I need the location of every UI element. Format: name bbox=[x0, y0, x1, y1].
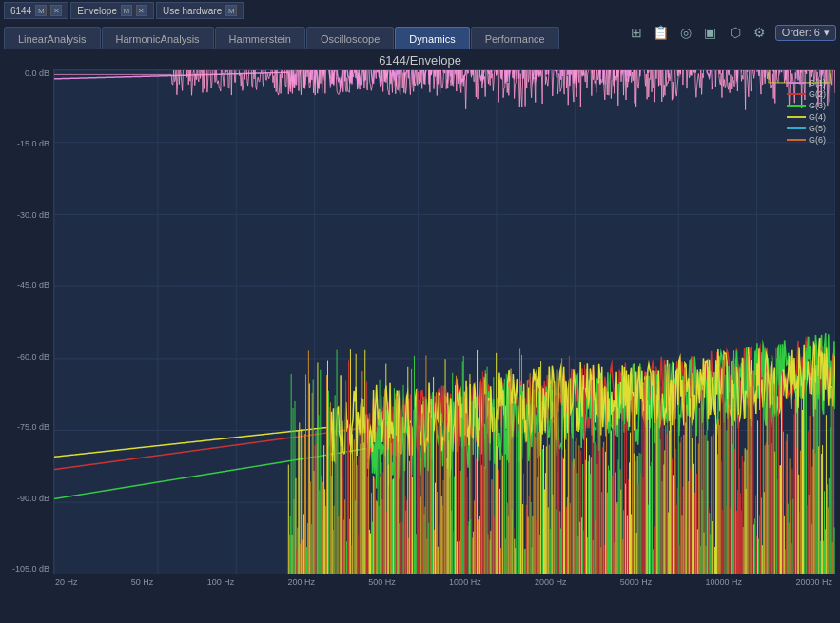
y-label-5: -75.0 dB bbox=[17, 423, 49, 432]
x-label-50hz: 50 Hz bbox=[131, 577, 154, 587]
legend-label-g3: G(3) bbox=[809, 101, 826, 110]
tab-6144-close[interactable]: ✕ bbox=[50, 5, 62, 16]
icon-record[interactable]: ⬡ bbox=[726, 23, 745, 42]
chart-title: 6144/Envelope bbox=[0, 49, 840, 69]
main-chart-canvas bbox=[54, 70, 835, 574]
legend-line-g2 bbox=[787, 93, 806, 95]
chart-area: G(1) G(2) G(3) G(4) G(5) G(6) bbox=[53, 69, 834, 574]
x-label-200hz: 200 Hz bbox=[287, 577, 315, 587]
legend-line-g1 bbox=[787, 82, 806, 84]
y-label-2: -30.0 dB bbox=[17, 211, 49, 220]
legend-label-g2: G(2) bbox=[809, 89, 826, 99]
tab-performance[interactable]: Performance bbox=[471, 27, 559, 49]
order-dropdown[interactable]: Order: 6 ▾ bbox=[775, 25, 836, 41]
title-bar: 6144 M ✕ Envelope M ✕ Use hardware M bbox=[0, 0, 840, 21]
tab-6144-label: 6144 bbox=[10, 6, 31, 16]
icon-eye[interactable]: ◎ bbox=[676, 23, 695, 42]
order-label: Order: 6 bbox=[782, 27, 820, 38]
legend-item-g4: G(4) bbox=[787, 112, 826, 122]
tab-oscilloscope[interactable]: Oscilloscope bbox=[306, 27, 394, 49]
tab-dynamics[interactable]: Dynamics bbox=[395, 27, 469, 49]
tab-envelope-menu[interactable]: M bbox=[121, 5, 132, 16]
tab-hardware-menu[interactable]: M bbox=[225, 5, 237, 16]
tab-6144[interactable]: 6144 M ✕ bbox=[4, 2, 68, 19]
tab-hardware[interactable]: Use hardware M bbox=[156, 2, 244, 19]
icon-camera[interactable]: ▣ bbox=[701, 23, 720, 42]
legend-item-g6: G(6) bbox=[787, 135, 826, 145]
icon-book[interactable]: 📋 bbox=[652, 23, 671, 42]
y-label-0: 0.0 dB bbox=[25, 69, 49, 78]
tab-6144-menu[interactable]: M bbox=[35, 5, 47, 16]
x-label-20000hz: 20000 Hz bbox=[795, 577, 832, 587]
x-label-5000hz: 5000 Hz bbox=[620, 577, 653, 587]
y-label-4: -60.0 dB bbox=[17, 353, 49, 361]
legend-label-g1: G(1) bbox=[809, 78, 826, 88]
y-label-7: -105.0 dB bbox=[12, 565, 49, 574]
legend-item-g5: G(5) bbox=[787, 124, 826, 133]
x-label-20hz: 20 Hz bbox=[55, 577, 78, 587]
y-label-6: -90.0 dB bbox=[17, 495, 49, 503]
x-label-10000hz: 10000 Hz bbox=[706, 577, 743, 587]
icon-settings[interactable]: ⚙ bbox=[751, 23, 770, 42]
legend-item-g2: G(2) bbox=[787, 89, 826, 99]
tab-harmonic-analysis[interactable]: HarmonicAnalysis bbox=[102, 27, 214, 49]
tab-envelope-close[interactable]: ✕ bbox=[136, 5, 147, 16]
icon-grid[interactable]: ⊞ bbox=[627, 23, 646, 42]
tab-hardware-label: Use hardware bbox=[163, 6, 222, 16]
y-axis: 0.0 dB -15.0 dB -30.0 dB -45.0 dB -60.0 … bbox=[6, 69, 53, 574]
tab-hammerstein[interactable]: Hammerstein bbox=[215, 27, 305, 49]
nav-tabs: LinearAnalysis HarmonicAnalysis Hammerst… bbox=[0, 23, 563, 49]
legend-label-g6: G(6) bbox=[809, 135, 826, 145]
y-label-1: -15.0 dB bbox=[17, 140, 49, 148]
tab-linear-analysis[interactable]: LinearAnalysis bbox=[4, 27, 101, 49]
legend-line-g6 bbox=[787, 139, 806, 141]
legend-line-g3 bbox=[787, 105, 806, 107]
legend-line-g5 bbox=[787, 127, 806, 129]
y-label-3: -45.0 dB bbox=[17, 282, 49, 290]
legend-label-g4: G(4) bbox=[809, 112, 826, 122]
x-label-2000hz: 2000 Hz bbox=[535, 577, 567, 587]
legend-item-g3: G(3) bbox=[787, 101, 826, 110]
legend: G(1) G(2) G(3) G(4) G(5) G(6) bbox=[787, 78, 826, 145]
x-label-500hz: 500 Hz bbox=[368, 577, 396, 587]
x-axis: 20 Hz 50 Hz 100 Hz 200 Hz 500 Hz 1000 Hz… bbox=[53, 574, 834, 591]
tab-envelope[interactable]: Envelope M ✕ bbox=[70, 2, 154, 19]
x-label-100hz: 100 Hz bbox=[207, 577, 235, 587]
tab-envelope-label: Envelope bbox=[77, 6, 117, 16]
order-chevron: ▾ bbox=[824, 27, 830, 39]
legend-label-g5: G(5) bbox=[809, 124, 826, 133]
legend-line-g4 bbox=[787, 116, 806, 118]
x-label-1000hz: 1000 Hz bbox=[449, 577, 481, 587]
legend-item-g1: G(1) bbox=[787, 78, 826, 88]
